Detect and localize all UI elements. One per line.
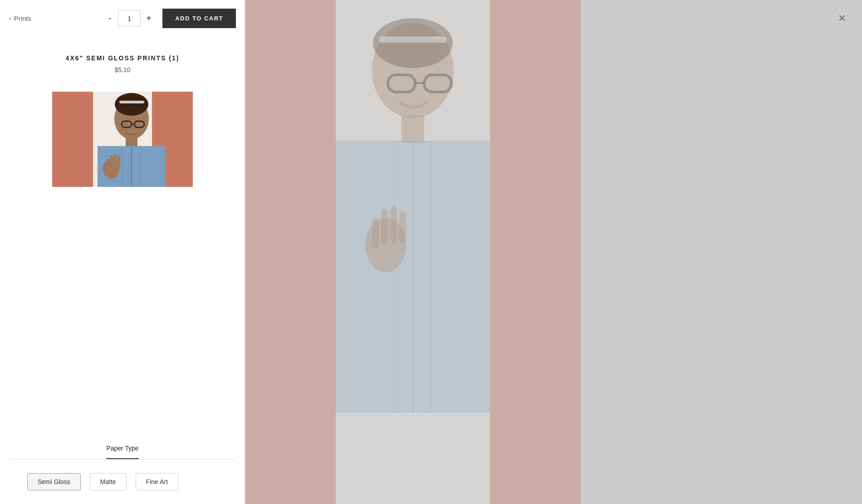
product-price: $5.10 <box>114 66 130 73</box>
quantity-increment-button[interactable]: + <box>141 10 157 26</box>
svg-rect-1 <box>490 0 581 504</box>
back-link[interactable]: ‹ Prints <box>9 15 31 22</box>
svg-rect-24 <box>119 101 144 103</box>
back-label: Prints <box>14 15 31 22</box>
product-photo-svg <box>52 92 193 187</box>
svg-rect-15 <box>372 218 379 250</box>
close-button[interactable]: × <box>833 9 851 27</box>
background-photo-svg <box>245 0 581 504</box>
svg-rect-5 <box>379 36 447 43</box>
svg-rect-9 <box>402 116 424 143</box>
back-chevron-icon: ‹ <box>9 15 11 22</box>
svg-rect-36 <box>114 154 117 168</box>
svg-rect-19 <box>52 92 93 187</box>
paper-option-fine-art[interactable]: Fine Art <box>136 473 178 490</box>
svg-rect-37 <box>118 156 120 168</box>
svg-rect-16 <box>381 209 388 245</box>
top-bar: ‹ Prints - + ADD TO CART <box>0 0 245 36</box>
svg-rect-35 <box>110 155 113 169</box>
add-to-cart-button[interactable]: ADD TO CART <box>162 9 236 28</box>
svg-rect-18 <box>399 211 406 243</box>
paper-type-section: Paper Type Semi GlossMatteFine Art <box>0 436 245 504</box>
svg-rect-34 <box>107 159 109 171</box>
quantity-input[interactable] <box>118 10 141 26</box>
svg-rect-0 <box>245 0 336 504</box>
product-image <box>52 92 193 187</box>
svg-rect-28 <box>126 137 137 147</box>
svg-point-4 <box>373 18 453 68</box>
svg-rect-17 <box>390 206 397 243</box>
paper-options: Semi GlossMatteFine Art <box>9 460 236 504</box>
product-title: 4X6" SEMI GLOSS PRINTS (1) <box>66 54 180 62</box>
paper-option-semi-gloss[interactable]: Semi Gloss <box>27 473 81 490</box>
paper-option-matte[interactable]: Matte <box>90 473 127 490</box>
left-panel: ‹ Prints - + ADD TO CART 4X6" SEMI GLOSS… <box>0 0 245 504</box>
quantity-area: - + ADD TO CART <box>102 9 236 28</box>
svg-point-23 <box>115 93 148 116</box>
background-photo <box>245 0 581 504</box>
quantity-decrement-button[interactable]: - <box>102 10 118 26</box>
paper-type-tab[interactable]: Paper Type <box>106 436 138 459</box>
